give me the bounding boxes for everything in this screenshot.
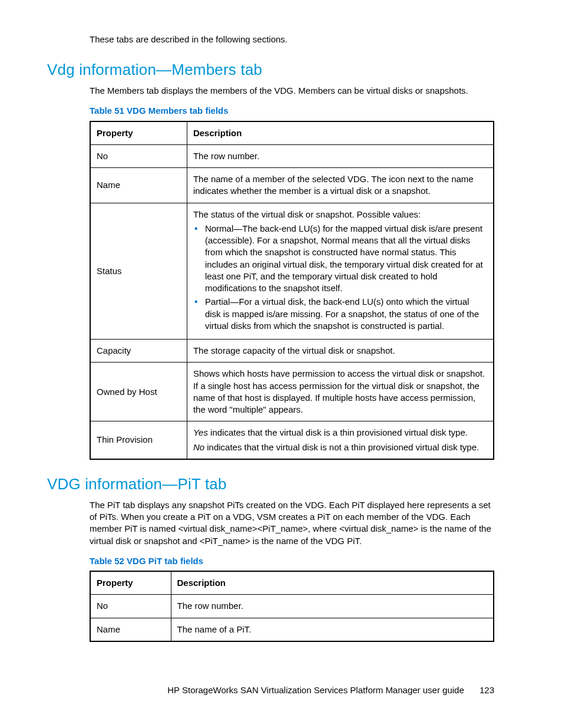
table-row: Name The name of a member of the selecte… (90, 168, 494, 203)
cell-description: The row number. (171, 595, 494, 618)
cell-description: The status of the virtual disk or snapsh… (187, 203, 494, 340)
cell-property: Thin Provision (90, 421, 187, 459)
table-header-row: Property Description (90, 571, 494, 595)
cell-description: Yes indicates that the virtual disk is a… (187, 421, 494, 459)
cell-description: Shows which hosts have permission to acc… (187, 363, 494, 421)
status-bullet-partial: Partial—For a virtual disk, the back-end… (193, 296, 487, 332)
section2-body: The PiT tab displays any snapshot PiTs c… (90, 499, 494, 547)
table-row: Owned by Host Shows which hosts have per… (90, 363, 494, 421)
intro-text: These tabs are described in the followin… (90, 34, 494, 44)
no-rest: indicates that the virtual disk is not a… (204, 442, 479, 452)
page-number: 123 (480, 685, 494, 695)
table-pit: Property Description No The row number. … (90, 571, 494, 642)
cell-property: No (90, 144, 187, 167)
page-footer: HP StorageWorks SAN Virtualization Servi… (167, 685, 494, 695)
th-property: Property (90, 571, 171, 595)
table-row: Name The name of a PiT. (90, 618, 494, 641)
cell-description: The storage capacity of the virtual disk… (187, 340, 494, 363)
table-members: Property Description No The row number. … (90, 121, 494, 460)
cell-property: Name (90, 168, 187, 203)
cell-property: Status (90, 203, 187, 340)
section-heading-members: Vdg information—Members tab (47, 61, 494, 79)
section-heading-pit: VDG information—PiT tab (47, 475, 494, 493)
cell-property: Capacity (90, 340, 187, 363)
table-header-row: Property Description (90, 121, 494, 145)
section1-body: The Members tab displays the members of … (90, 85, 494, 97)
status-lead: The status of the virtual disk or snapsh… (193, 209, 421, 219)
th-description: Description (171, 571, 494, 595)
status-bullet-normal: Normal—The back-end LU(s) for the mapped… (193, 223, 487, 295)
yes-word: Yes (193, 427, 208, 437)
table-row: No The row number. (90, 144, 494, 167)
table-row: Capacity The storage capacity of the vir… (90, 340, 494, 363)
cell-property: No (90, 595, 171, 618)
table52-caption: Table 52 VDG PiT tab fields (90, 555, 494, 567)
table51-caption: Table 51 VDG Members tab fields (90, 105, 494, 117)
cell-description: The row number. (187, 144, 494, 167)
table-row: No The row number. (90, 595, 494, 618)
table-row: Thin Provision Yes indicates that the vi… (90, 421, 494, 459)
table-row: Status The status of the virtual disk or… (90, 203, 494, 340)
cell-description: The name of a member of the selected VDG… (187, 168, 494, 203)
cell-property: Name (90, 618, 171, 641)
yes-rest: indicates that the virtual disk is a thi… (208, 427, 468, 437)
no-word: No (193, 442, 204, 452)
cell-property: Owned by Host (90, 363, 187, 421)
cell-description: The name of a PiT. (171, 618, 494, 641)
th-description: Description (187, 121, 494, 145)
th-property: Property (90, 121, 187, 145)
footer-title: HP StorageWorks SAN Virtualization Servi… (167, 685, 464, 695)
